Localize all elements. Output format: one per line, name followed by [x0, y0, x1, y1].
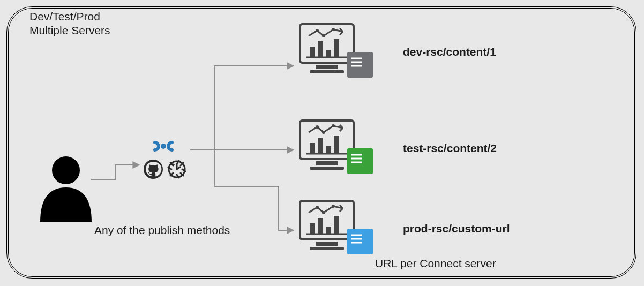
svg-rect-38 — [310, 223, 315, 234]
server-group-dev — [300, 24, 373, 78]
svg-rect-8 — [310, 47, 315, 57]
svg-rect-25 — [326, 146, 331, 154]
svg-rect-21 — [310, 167, 344, 170]
svg-rect-40 — [326, 227, 331, 234]
svg-point-27 — [316, 125, 319, 129]
svg-rect-45 — [347, 229, 373, 254]
svg-rect-36 — [310, 247, 344, 250]
svg-rect-30 — [347, 148, 373, 174]
server-label-dev: dev-rsc/content/1 — [403, 46, 496, 58]
svg-point-42 — [316, 206, 319, 209]
server-group-prod — [300, 201, 373, 254]
svg-rect-6 — [310, 70, 344, 73]
svg-rect-41 — [334, 216, 339, 234]
svg-rect-5 — [316, 65, 338, 69]
svg-point-43 — [322, 211, 325, 214]
svg-point-13 — [322, 34, 325, 37]
svg-point-14 — [332, 28, 335, 31]
svg-rect-23 — [310, 143, 315, 154]
footer-caption: URL per Connect server — [375, 257, 496, 270]
svg-point-12 — [316, 29, 319, 32]
server-label-test: test-rsc/content/2 — [403, 142, 497, 155]
svg-rect-20 — [316, 161, 338, 165]
svg-rect-10 — [326, 50, 331, 57]
svg-point-44 — [332, 205, 335, 208]
svg-rect-11 — [334, 39, 339, 57]
svg-rect-9 — [318, 41, 323, 57]
servers-layer — [0, 0, 644, 286]
svg-point-28 — [322, 131, 325, 134]
svg-rect-24 — [318, 138, 323, 154]
svg-rect-35 — [316, 242, 338, 246]
svg-point-29 — [332, 124, 335, 127]
server-label-prod: prod-rsc/custom-url — [403, 222, 510, 235]
publish-caption: Any of the publish methods — [94, 224, 230, 237]
svg-rect-26 — [334, 136, 339, 154]
svg-rect-39 — [318, 218, 323, 234]
svg-rect-15 — [347, 52, 373, 78]
diagram-stage: Dev/Test/Prod Multiple Servers — [0, 0, 644, 286]
server-group-test — [300, 121, 373, 174]
